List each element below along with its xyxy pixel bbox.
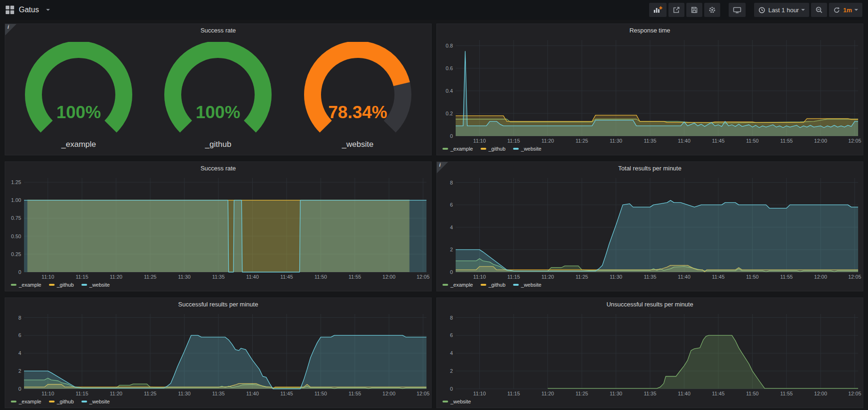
panel-success-rate-gauges: Success rate 100% _example 100% _github … xyxy=(5,24,432,155)
share-button[interactable] xyxy=(668,3,684,17)
legend-item[interactable]: _website xyxy=(81,399,110,404)
panel-title: Total results per minute xyxy=(618,165,681,172)
svg-text:4: 4 xyxy=(450,350,453,356)
panel-title: Response time xyxy=(629,27,670,34)
svg-text:11:50: 11:50 xyxy=(746,138,759,144)
panel-header[interactable]: Unsuccessful results per minute xyxy=(437,298,863,310)
gauge-label: _website xyxy=(342,140,373,149)
legend-series-marker-icon xyxy=(513,148,519,150)
legend-series-label: _github xyxy=(489,146,506,152)
save-button[interactable] xyxy=(686,3,702,17)
panel-title: Successful results per minute xyxy=(178,301,258,308)
svg-text:78.34%: 78.34% xyxy=(328,103,387,122)
svg-text:2: 2 xyxy=(450,247,453,252)
svg-text:6: 6 xyxy=(450,202,453,208)
share-icon xyxy=(673,6,680,14)
svg-text:12:05: 12:05 xyxy=(848,138,861,144)
svg-text:11:35: 11:35 xyxy=(212,274,225,280)
svg-text:11:40: 11:40 xyxy=(678,138,691,144)
svg-text:11:30: 11:30 xyxy=(610,391,622,396)
legend-item[interactable]: _website xyxy=(81,282,110,288)
panel-title: Success rate xyxy=(201,165,236,172)
svg-text:11:15: 11:15 xyxy=(507,274,520,280)
legend-series-marker-icon xyxy=(442,401,448,402)
chart-legend: _website xyxy=(437,397,863,408)
svg-text:2: 2 xyxy=(450,368,453,374)
legend-series-marker-icon xyxy=(11,401,16,402)
chevron-down-icon xyxy=(854,9,858,11)
chart-legend: _example_github_website xyxy=(437,281,863,291)
refresh-picker[interactable]: 1m xyxy=(829,3,862,17)
legend-item[interactable]: _website xyxy=(442,399,471,404)
svg-text:11:35: 11:35 xyxy=(644,391,657,396)
legend-item[interactable]: _github xyxy=(481,146,506,152)
svg-text:12:00: 12:00 xyxy=(814,274,828,280)
gauge-website: 78.34% _website xyxy=(296,42,419,149)
svg-text:8: 8 xyxy=(450,180,453,185)
tv-icon xyxy=(733,6,741,14)
total-results-chart[interactable]: 11:1011:1511:2011:2511:3011:3511:4011:45… xyxy=(437,174,863,281)
svg-text:11:45: 11:45 xyxy=(281,391,293,396)
svg-text:12:00: 12:00 xyxy=(383,391,396,396)
svg-text:0.4: 0.4 xyxy=(446,88,453,94)
legend-series-marker-icon xyxy=(513,284,519,286)
gauge-label: _github xyxy=(205,140,232,149)
svg-text:11:15: 11:15 xyxy=(507,138,520,144)
panel-response-time: Response time 11:1011:1511:2011:2511:301… xyxy=(436,24,863,155)
legend-series-label: _example xyxy=(450,282,473,288)
panel-header[interactable]: Response time xyxy=(437,24,863,36)
legend-item[interactable]: _website xyxy=(513,146,541,152)
panel-success-rate-graph: Success rate 11:1011:1511:2011:2511:3011… xyxy=(5,161,432,291)
svg-text:11:10: 11:10 xyxy=(473,391,486,396)
legend-item[interactable]: _website xyxy=(513,282,541,288)
legend-item[interactable]: _example xyxy=(442,146,473,152)
legend-item[interactable]: _example xyxy=(11,282,41,288)
legend-item[interactable]: _github xyxy=(49,282,74,288)
svg-text:11:30: 11:30 xyxy=(610,138,622,144)
svg-text:11:20: 11:20 xyxy=(110,391,122,396)
zoom-out-button[interactable] xyxy=(811,3,827,17)
svg-text:0.8: 0.8 xyxy=(446,43,453,48)
time-range-picker[interactable]: Last 1 hour xyxy=(754,3,809,17)
unsuccessful-results-chart[interactable]: 11:1011:1511:2011:2511:3011:3511:4011:45… xyxy=(437,310,863,397)
svg-text:6: 6 xyxy=(450,332,453,338)
svg-text:11:25: 11:25 xyxy=(144,391,157,396)
panel-header[interactable]: Successful results per minute xyxy=(5,298,431,310)
legend-item[interactable]: _github xyxy=(49,399,74,404)
dashboard-title: Gatus xyxy=(19,6,39,14)
svg-text:4: 4 xyxy=(18,350,21,356)
svg-text:0.25: 0.25 xyxy=(11,251,21,257)
panel-header[interactable]: Success rate xyxy=(5,162,431,174)
svg-text:12:00: 12:00 xyxy=(383,274,396,280)
legend-item[interactable]: _example xyxy=(442,282,473,288)
svg-text:11:35: 11:35 xyxy=(644,138,657,144)
response-time-chart[interactable]: 11:1011:1511:2011:2511:3011:3511:4011:45… xyxy=(437,36,863,145)
dashboard-menu[interactable]: Gatus xyxy=(6,6,50,14)
settings-button[interactable] xyxy=(704,3,720,17)
svg-text:0: 0 xyxy=(450,386,453,392)
svg-text:11:45: 11:45 xyxy=(712,138,725,144)
legend-series-label: _website xyxy=(450,399,471,404)
svg-text:0.75: 0.75 xyxy=(11,215,21,221)
panel-info-icon[interactable] xyxy=(437,162,448,173)
legend-series-marker-icon xyxy=(49,401,55,402)
legend-item[interactable]: _github xyxy=(481,282,506,288)
panel-info-icon[interactable] xyxy=(5,24,16,35)
svg-text:11:45: 11:45 xyxy=(712,274,725,280)
svg-text:100%: 100% xyxy=(196,103,241,122)
svg-text:11:55: 11:55 xyxy=(780,274,793,280)
panel-header[interactable]: Success rate xyxy=(5,24,431,36)
tv-mode-button[interactable] xyxy=(729,3,746,17)
panel-successful-results: Successful results per minute 11:1011:15… xyxy=(5,297,432,408)
svg-text:11:50: 11:50 xyxy=(746,274,759,280)
legend-series-label: _example xyxy=(450,146,473,152)
success-rate-chart[interactable]: 11:1011:1511:2011:2511:3011:3511:4011:45… xyxy=(5,174,431,281)
svg-text:11:45: 11:45 xyxy=(281,274,293,280)
legend-item[interactable]: _example xyxy=(11,399,41,404)
successful-results-chart[interactable]: 11:1011:1511:2011:2511:3011:3511:4011:45… xyxy=(5,310,431,397)
svg-text:12:05: 12:05 xyxy=(417,274,430,280)
add-panel-button[interactable] xyxy=(649,3,667,17)
svg-text:12:00: 12:00 xyxy=(814,391,828,396)
svg-text:11:10: 11:10 xyxy=(41,274,54,280)
panel-header[interactable]: Total results per minute xyxy=(437,162,863,174)
